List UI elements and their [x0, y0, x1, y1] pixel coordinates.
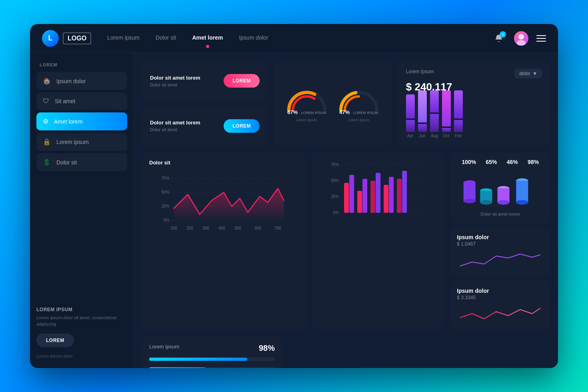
- bar-seg-apr-bot: [406, 120, 415, 132]
- bar-col-feb: Feb: [454, 90, 463, 138]
- bell-icon[interactable]: 5: [492, 31, 506, 46]
- mini-stat-title-2: Ipsum dolor: [457, 288, 544, 294]
- bar-col-apr: Apr: [406, 94, 415, 138]
- main-layout: LOREM 🏠 Ipsum dolor 🛡 Sit amet ⚙ Amet lo…: [30, 53, 558, 368]
- action-cards-col: Dolor sit amet lorem Dolor sit amet LORE…: [142, 61, 268, 146]
- app-container: L LOGO Lorem ipsum Dolor sit Amet lorem …: [30, 24, 558, 368]
- svg-rect-45: [516, 181, 528, 202]
- bar-seg-apr-top: [406, 94, 415, 118]
- action-card-1-sub: Dolor sit amet: [150, 82, 200, 87]
- nav-link-amet-lorem[interactable]: Amet lorem: [192, 34, 223, 42]
- svg-text:25%: 25%: [161, 204, 169, 208]
- sidebar-label-ipsum-dolor: Ipsum dolor: [56, 78, 86, 84]
- action-card-2-sub: Dolor sit amet: [150, 127, 200, 132]
- action-card-2-button[interactable]: LOREM: [224, 119, 260, 133]
- sidebar-bottom: LOREM IPSUM Lorem ipsum dolor sit amet, …: [36, 307, 127, 358]
- bar-seg-aug-top: [430, 90, 439, 112]
- sidebar-item-ipsum-dolor[interactable]: 🏠 Ipsum dolor: [36, 72, 127, 90]
- bar-chart-small: Apr Jun Aug: [406, 98, 542, 138]
- progress-pct: 98%: [259, 344, 275, 353]
- svg-rect-29: [370, 181, 375, 213]
- threed-card: 100% 65% 46% 98%: [450, 152, 550, 223]
- mini-line-chart-1: [457, 250, 544, 270]
- logo-circle: L: [42, 30, 59, 47]
- bar-seg-aug-bot: [430, 114, 439, 132]
- threed-stat-1: 100%: [462, 159, 476, 165]
- line-chart-card: Dolor sit 75% 50% 25% 0%: [142, 152, 306, 330]
- sidebar-section-label: LOREM: [36, 62, 127, 67]
- svg-rect-31: [384, 185, 388, 213]
- action-card-1: Dolor sit amet lorem Dolor sit amet LORE…: [142, 61, 268, 101]
- svg-text:0%: 0%: [164, 218, 170, 222]
- sidebar-item-sit-amet[interactable]: 🛡 Sit amet: [36, 92, 127, 110]
- progress-bar-track-2: [149, 367, 275, 368]
- sidebar-button[interactable]: LOREM: [36, 334, 74, 347]
- svg-text:300: 300: [202, 226, 209, 230]
- svg-rect-36: [464, 183, 476, 201]
- bell-badge: 5: [500, 31, 506, 38]
- sidebar-item-amet-lorem[interactable]: ⚙ Amet lorem: [36, 112, 127, 130]
- svg-text:100: 100: [170, 226, 177, 230]
- sidebar-item-lorem-ipsum[interactable]: 🔒 Lorem ipsum: [36, 133, 127, 151]
- action-card-2-title: Dolor sit amet lorem: [150, 120, 200, 126]
- svg-text:75%: 75%: [161, 176, 169, 180]
- threed-pct-4: 98%: [528, 159, 539, 165]
- right-col: 100% 65% 46% 98%: [450, 152, 550, 330]
- sidebar: LOREM 🏠 Ipsum dolor 🛡 Sit amet ⚙ Amet lo…: [30, 53, 134, 368]
- stat-card: Lorem Ipsum dolor ▼ $ 240.117 Apr: [398, 61, 550, 146]
- logo-letter: L: [48, 34, 53, 42]
- home-icon: 🏠: [43, 77, 51, 85]
- stat-card-header: Lorem Ipsum dolor ▼: [406, 69, 542, 78]
- sidebar-item-dolor-sit[interactable]: 💲 Dolor sit: [36, 153, 127, 171]
- bar-seg-oct-top: [442, 90, 451, 126]
- progress-bar-fill-2: [149, 367, 206, 368]
- gauge-1-subtitle: Lorem ipsum: [296, 118, 317, 122]
- svg-rect-27: [357, 191, 362, 213]
- svg-text:700: 700: [274, 226, 281, 230]
- bar-chart2-svg: 75% 50% 25% 0%: [318, 159, 438, 235]
- nav-link-ipsum-dolor[interactable]: Ipsum dolor: [239, 34, 268, 42]
- svg-text:25%: 25%: [331, 194, 339, 199]
- bar-label-aug: Aug: [431, 134, 438, 138]
- spacer: [288, 336, 550, 368]
- threed-header: 100% 65% 46% 98%: [457, 159, 544, 165]
- bar-chart2-card: 75% 50% 25% 0%: [312, 152, 444, 330]
- header-right: 5: [492, 31, 546, 46]
- gauge-wrapper: 67% LOREM IPSUM Lorem ipsum: [285, 84, 381, 123]
- nav-link-dolor-sit[interactable]: Dolor sit: [156, 34, 176, 42]
- threed-stat-2: 65%: [486, 159, 497, 165]
- stat-card-dropdown[interactable]: dolor ▼: [514, 69, 542, 78]
- bar-col-oct: Oct: [442, 90, 451, 138]
- svg-rect-28: [362, 179, 367, 213]
- progress-bar-fill-1: [149, 358, 247, 361]
- progress-header: Lorem ipsum 98%: [149, 344, 275, 353]
- sidebar-section2-label: LOREM IPSUM: [36, 307, 127, 312]
- svg-point-37: [464, 199, 476, 204]
- shield-icon: 🛡: [43, 98, 49, 105]
- threed-stat-3: 46%: [507, 159, 518, 165]
- svg-point-40: [480, 200, 492, 205]
- main-nav: Lorem ipsum Dolor sit Amet lorem Ipsum d…: [107, 34, 492, 42]
- hamburger-menu[interactable]: [536, 35, 546, 42]
- nav-link-lorem-ipsum[interactable]: Lorem ipsum: [107, 34, 140, 42]
- sidebar-label-lorem-ipsum: Lorem ipsum: [56, 139, 89, 145]
- avatar[interactable]: [514, 31, 528, 46]
- row-3: Lorem ipsum 98%: [142, 336, 550, 368]
- sidebar-label-amet-lorem: Amet lorem: [54, 118, 83, 125]
- svg-rect-34: [402, 171, 407, 213]
- bar-label-jun: Jun: [419, 134, 426, 138]
- svg-rect-25: [344, 183, 349, 213]
- bar-seg-feb-bot: [454, 120, 463, 132]
- svg-text:200: 200: [186, 226, 193, 230]
- bar-label-feb: Feb: [455, 134, 462, 138]
- progress-title: Lorem ipsum: [149, 344, 179, 353]
- mini-stat-value-2: $ 3.3345: [457, 295, 544, 300]
- logo-text: LOGO: [63, 32, 91, 44]
- svg-point-1: [517, 40, 526, 46]
- action-card-1-button[interactable]: LOREM: [224, 74, 260, 88]
- mini-stat-value-1: $ 1.0467: [457, 241, 544, 247]
- gauge-2-title: LOREM IPSUM: [353, 111, 378, 115]
- line-chart-title: Dolor sit: [149, 160, 298, 166]
- action-card-2-text: Dolor sit amet lorem Dolor sit amet: [150, 120, 200, 132]
- threed-pct-3: 46%: [507, 159, 518, 165]
